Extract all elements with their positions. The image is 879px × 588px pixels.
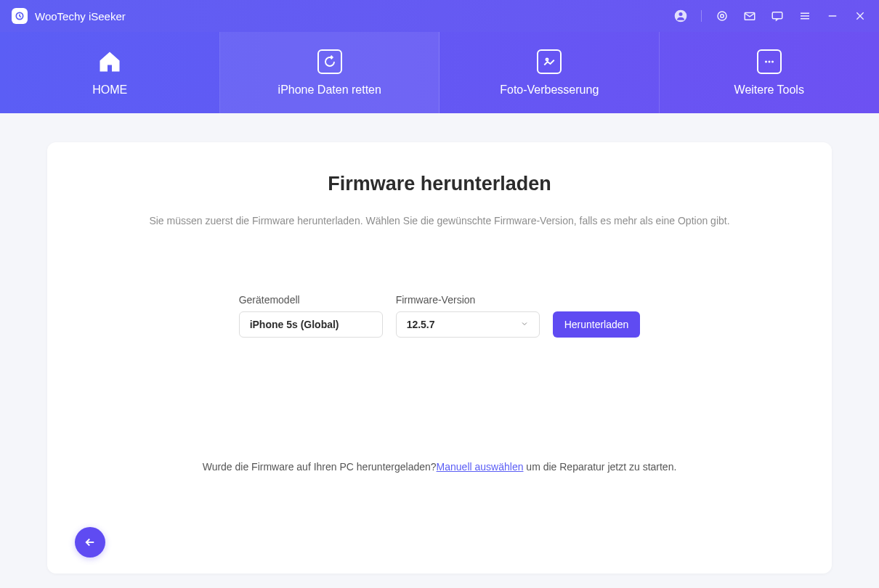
svg-point-14 [765,61,767,63]
nav-more-tools[interactable]: Weitere Tools [660,32,880,113]
svg-point-2 [679,12,683,16]
nav-iphone-data[interactable]: iPhone Daten retten [220,32,440,113]
content-card: Firmware herunterladen Sie müssen zuerst… [47,142,832,573]
device-group: Gerätemodell iPhone 5s (Global) [239,294,383,338]
svg-point-3 [718,12,726,20]
close-icon[interactable] [853,9,867,23]
footer-prefix: Wurde die Firmware auf Ihren PC herunter… [203,461,437,473]
page-title: Firmware herunterladen [91,173,788,195]
refresh-icon [317,49,343,75]
app-logo-icon [12,8,28,24]
app-window: WooTechy iSeeker [0,0,879,588]
titlebar-left: WooTechy iSeeker [12,8,126,24]
arrow-left-icon [84,536,97,549]
nav-home[interactable]: HOME [0,32,220,113]
svg-point-4 [721,15,724,18]
firmware-label: Firmware-Version [396,294,540,306]
nav-photo-enhance[interactable]: Foto-Verbesserung [440,32,660,113]
nav-label: HOME [92,83,127,97]
titlebar: WooTechy iSeeker [0,0,879,32]
footer-text: Wurde die Firmware auf Ihren PC herunter… [91,461,788,473]
main-content: Firmware herunterladen Sie müssen zuerst… [0,113,879,588]
home-icon [97,49,123,75]
image-icon [536,49,562,75]
nav-label: Foto-Verbesserung [500,83,599,97]
chevron-down-icon [520,319,529,330]
svg-rect-6 [772,12,782,19]
back-button[interactable] [75,527,105,558]
manual-select-link[interactable]: Manuell auswählen [437,461,524,473]
svg-point-13 [546,59,548,61]
firmware-select[interactable]: 12.5.7 [396,311,540,338]
divider [701,10,702,22]
device-label: Gerätemodell [239,294,383,306]
settings-icon[interactable] [715,9,729,23]
minimize-icon[interactable] [825,9,840,23]
svg-point-16 [771,61,774,63]
feedback-icon[interactable] [770,9,785,23]
firmware-group: Firmware-Version 12.5.7 [396,294,540,338]
page-subtitle: Sie müssen zuerst die Firmware herunterl… [149,213,730,229]
form-row: Gerätemodell iPhone 5s (Global) Firmware… [91,294,788,338]
navbar: HOME iPhone Daten retten Foto-Verbesseru… [0,32,879,113]
svg-point-15 [768,61,770,63]
more-icon [756,49,782,75]
app-title: WooTechy iSeeker [35,10,126,23]
device-input[interactable]: iPhone 5s (Global) [239,311,383,338]
nav-label: iPhone Daten retten [278,83,381,97]
download-button[interactable]: Herunterladen [553,311,641,338]
firmware-value: 12.5.7 [407,319,435,330]
menu-icon[interactable] [798,9,812,23]
nav-label: Weitere Tools [734,83,804,97]
user-icon[interactable] [673,9,688,23]
mail-icon[interactable] [742,9,757,23]
footer-suffix: um die Reparatur jetzt zu starten. [523,461,676,473]
titlebar-right [673,9,867,23]
